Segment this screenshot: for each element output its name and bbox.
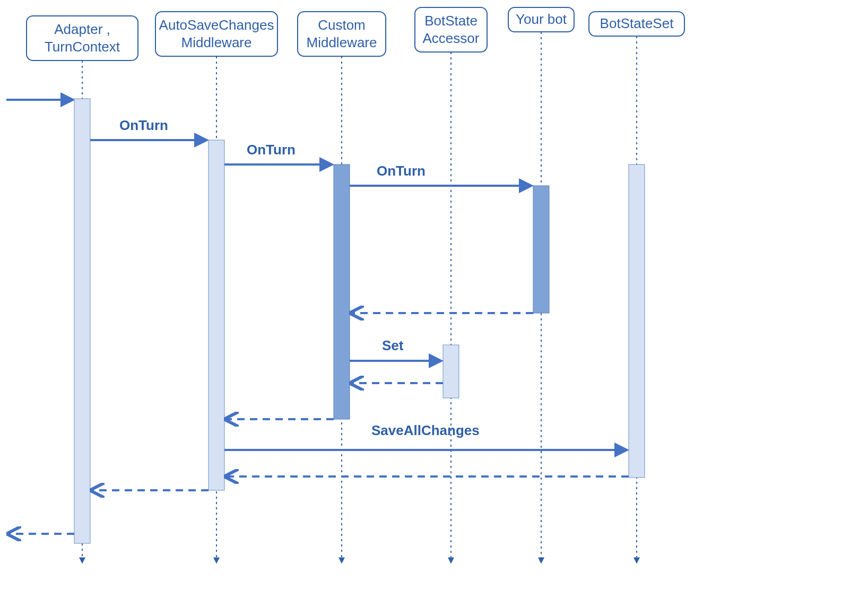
msg-onturn-2-label: OnTurn — [247, 142, 296, 158]
sequence-diagram: Adapter , TurnContext AutoSaveChanges Mi… — [0, 0, 868, 598]
msg-set-label: Set — [382, 337, 404, 353]
participant-adapter: Adapter , TurnContext — [27, 16, 138, 60]
participant-custom: Custom Middleware — [298, 12, 386, 56]
participant-yourbot-line1: Your bot — [516, 11, 567, 27]
participant-accessor: BotState Accessor — [415, 7, 487, 52]
participant-accessor-line2: Accessor — [423, 30, 480, 46]
msg-onturn-3-label: OnTurn — [377, 163, 426, 179]
participant-adapter-line2: TurnContext — [45, 39, 120, 55]
participant-autosave-line2: Middleware — [181, 34, 252, 50]
activation-autosave — [209, 140, 224, 490]
activation-botstateset — [629, 164, 645, 478]
participant-adapter-line1: Adapter , — [54, 21, 110, 37]
activation-adapter — [74, 99, 90, 543]
activation-custom — [334, 164, 350, 419]
msg-onturn-1-label: OnTurn — [119, 117, 168, 133]
participant-custom-line1: Custom — [318, 17, 366, 33]
activation-accessor — [443, 345, 459, 398]
participant-autosave-line1: AutoSaveChanges — [159, 17, 274, 33]
msg-saveall-label: SaveAllChanges — [371, 422, 480, 438]
participant-yourbot: Your bot — [508, 7, 574, 32]
participant-autosave: AutoSaveChanges Middleware — [155, 12, 277, 56]
participant-botstateset: BotStateSet — [589, 12, 684, 36]
participant-custom-line2: Middleware — [307, 34, 377, 50]
participant-botstateset-line1: BotStateSet — [600, 15, 674, 31]
participant-accessor-line1: BotState — [424, 13, 478, 29]
activation-yourbot — [533, 186, 549, 313]
